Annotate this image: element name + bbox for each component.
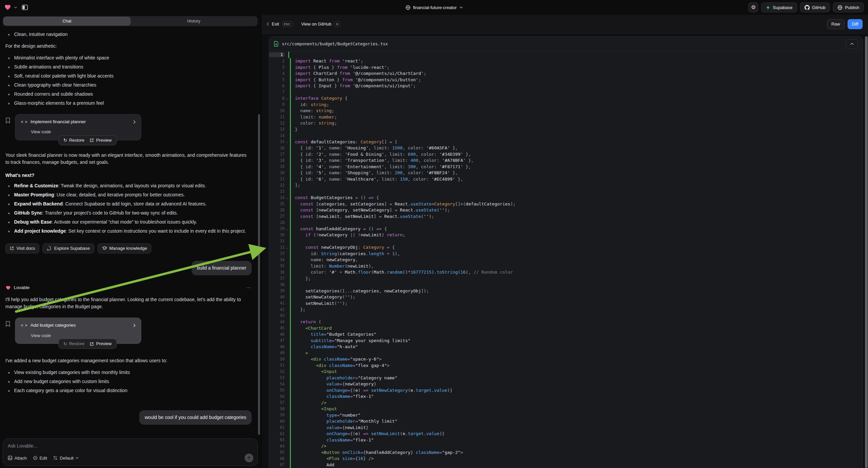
code-line[interactable]: 11 limit: number;	[269, 114, 863, 120]
chat-scrollbar[interactable]	[258, 114, 260, 435]
tab-chat[interactable]: Chat	[3, 17, 130, 26]
code-line[interactable]: 49 >	[269, 350, 863, 356]
code-scrollbar[interactable]	[865, 36, 868, 468]
send-button[interactable]	[245, 454, 253, 462]
code-line[interactable]: 61 value={newLimit}	[269, 425, 863, 431]
code-line[interactable]: 5import { Button } from '@/components/ui…	[269, 77, 863, 83]
code-line[interactable]: 43	[269, 313, 863, 319]
code-line[interactable]: 2import React from 'react';	[269, 58, 863, 64]
more-options-icon[interactable]: ⋯	[246, 284, 252, 292]
code-line[interactable]: 25 const [categories, setCategories] = R…	[269, 201, 863, 207]
explore-supabase-button[interactable]: Explore Supabase	[42, 243, 94, 254]
lovable-logo-icon[interactable]	[4, 4, 11, 11]
tab-history[interactable]: History	[130, 17, 257, 26]
code-line[interactable]: 33 id: String(categories.length + 1),	[269, 251, 863, 257]
code-line[interactable]: 14	[269, 133, 863, 139]
code-line[interactable]: 50 <div className="space-y-6">	[269, 356, 863, 362]
code-line[interactable]: 19 { id: '4', name: 'Entertainment', lim…	[269, 164, 863, 170]
code-line[interactable]: 3import { Plus } from 'lucide-react';	[269, 64, 863, 70]
code-line[interactable]: 30 if (!newCategory || !newLimit) return…	[269, 232, 863, 238]
code-line[interactable]: 21 { id: '6', name: 'Healthcare', limit:…	[269, 176, 863, 182]
code-line[interactable]: 63 className="flex-1"	[269, 437, 863, 443]
code-line[interactable]: 31	[269, 238, 863, 244]
code-line[interactable]: 51 <div className="flex gap-4">	[269, 362, 863, 369]
github-button[interactable]: GitHub	[800, 2, 830, 12]
code-line[interactable]: 36 color: '#' + Math.floor(Math.random()…	[269, 269, 863, 275]
code-line[interactable]: 32⌄ const newCategoryObj: Category = {	[269, 244, 863, 251]
code-line[interactable]: 46 title="Budget Categories"	[269, 331, 863, 338]
toggle-sidebar-button[interactable]	[20, 2, 30, 12]
code-line[interactable]: 7	[269, 89, 863, 95]
code-line[interactable]: 39 setCategories([...categories, newCate…	[269, 288, 863, 294]
code-line[interactable]: 60 placeholder="Monthly limit"	[269, 418, 863, 425]
code-line[interactable]: 41 setNewLimit('');	[269, 300, 863, 306]
code-line[interactable]: 18 { id: '3', name: 'Transportation', li…	[269, 157, 863, 164]
collapse-file-button[interactable]	[846, 39, 858, 49]
view-code-link[interactable]: View code	[31, 332, 135, 339]
exit-button[interactable]: Exit ESC	[267, 22, 292, 27]
code-line[interactable]: 1	[269, 52, 863, 58]
restore-button[interactable]: ↻ Restore	[63, 137, 84, 144]
chat-input[interactable]	[8, 443, 253, 448]
diff-toggle-button[interactable]: Diff	[847, 19, 863, 29]
code-line[interactable]: 67 Add	[269, 462, 863, 468]
visit-docs-button[interactable]: Visit docs	[5, 243, 39, 254]
code-line[interactable]: 40 setNewCategory('');	[269, 294, 863, 300]
chat-message-list[interactable]: Clean, intuitive navigation For the desi…	[0, 29, 257, 437]
code-line[interactable]: 27 const [newLimit, setNewLimit] = React…	[269, 213, 863, 220]
edit-mode-button[interactable]: Edit	[33, 456, 47, 461]
code-line[interactable]: 6import { Input } from '@/components/ui/…	[269, 83, 863, 89]
bookmark-icon[interactable]	[5, 117, 10, 123]
code-line[interactable]: 65 <Button onClick={handleAddCategory} c…	[269, 449, 863, 456]
code-line[interactable]: 29⌄ const handleAddCategory = () => {	[269, 226, 863, 232]
code-line[interactable]: 57 />	[269, 400, 863, 406]
code-line[interactable]: 52 <Input	[269, 369, 863, 375]
code-line[interactable]: 35 limit: Number(newLimit),	[269, 263, 863, 269]
project-switcher[interactable]: financial-future-creator	[405, 5, 463, 10]
code-line[interactable]: 4import ChartCard from '@/components/ui/…	[269, 70, 863, 77]
preview-button[interactable]: Preview	[90, 341, 112, 347]
code-line[interactable]: 53 placeholder="Category name"	[269, 375, 863, 381]
restore-button[interactable]: ↻ Restore	[63, 341, 84, 347]
code-line[interactable]: 54 value={newCategory}	[269, 381, 863, 387]
logo-chevron-down-icon[interactable]	[14, 6, 17, 8]
attach-button[interactable]: Attach	[8, 456, 27, 461]
edit-card-implement-financial-planner[interactable]: < > Implement financial planner View cod…	[15, 114, 141, 140]
code-line[interactable]: 59 type="number"	[269, 412, 863, 418]
code-line[interactable]: 16 { id: '1', name: 'Housing', limit: 15…	[269, 145, 863, 151]
code-line[interactable]: 17 { id: '2', name: 'Food & Dining', lim…	[269, 151, 863, 157]
publish-button[interactable]: Publish	[833, 2, 864, 12]
code-line[interactable]: 28	[269, 220, 863, 226]
code-line[interactable]: 48 className="h-auto"	[269, 344, 863, 350]
code-line[interactable]: 64 />	[269, 443, 863, 449]
code-line[interactable]: 55 onChange={(e) => setNewCategory(e.tar…	[269, 387, 863, 393]
code-line[interactable]: 23	[269, 188, 863, 195]
code-line[interactable]: 45 <ChartCard	[269, 325, 863, 331]
code-line[interactable]: 12 color: string;	[269, 120, 863, 126]
preview-button[interactable]: Preview	[90, 137, 112, 144]
manage-knowledge-button[interactable]: Manage knowledge	[98, 243, 152, 254]
code-line[interactable]: 9 id: string;	[269, 101, 863, 108]
code-line[interactable]: 37 };	[269, 275, 863, 282]
code-line[interactable]: 10 name: string;	[269, 108, 863, 114]
code-line[interactable]: 38	[269, 282, 863, 288]
model-selector[interactable]: Default	[53, 456, 79, 461]
code-line[interactable]: 42 };	[269, 306, 863, 313]
view-code-link[interactable]: View code	[31, 128, 135, 135]
code-line[interactable]: 66 <Plus size={16} />	[269, 456, 863, 462]
code-line[interactable]: 26 const [newCategory, setNewCategory] =…	[269, 207, 863, 213]
code-line[interactable]: 13}	[269, 126, 863, 133]
code-line[interactable]: 20 { id: '5', name: 'Shopping', limit: 2…	[269, 170, 863, 176]
code-line[interactable]: 22];	[269, 182, 863, 189]
view-on-github-button[interactable]: View on GitHub G	[301, 22, 341, 27]
bookmark-icon[interactable]	[5, 321, 10, 327]
code-line[interactable]: 62 onChange={(e) => setNewLimit(e.target…	[269, 431, 863, 437]
code-line[interactable]: 56 className="flex-1"	[269, 393, 863, 400]
supabase-button[interactable]: Supabase	[761, 2, 797, 12]
raw-toggle-button[interactable]: Raw	[827, 19, 845, 29]
code-line[interactable]: 44 return (	[269, 319, 863, 325]
settings-button[interactable]: ⚙	[748, 2, 758, 12]
edit-card-add-budget-categories[interactable]: < > Add budget categories View code ↻ Re…	[15, 318, 141, 344]
code-line[interactable]: 34 name: newCategory,	[269, 257, 863, 263]
code-line[interactable]: 58 <Input	[269, 406, 863, 412]
